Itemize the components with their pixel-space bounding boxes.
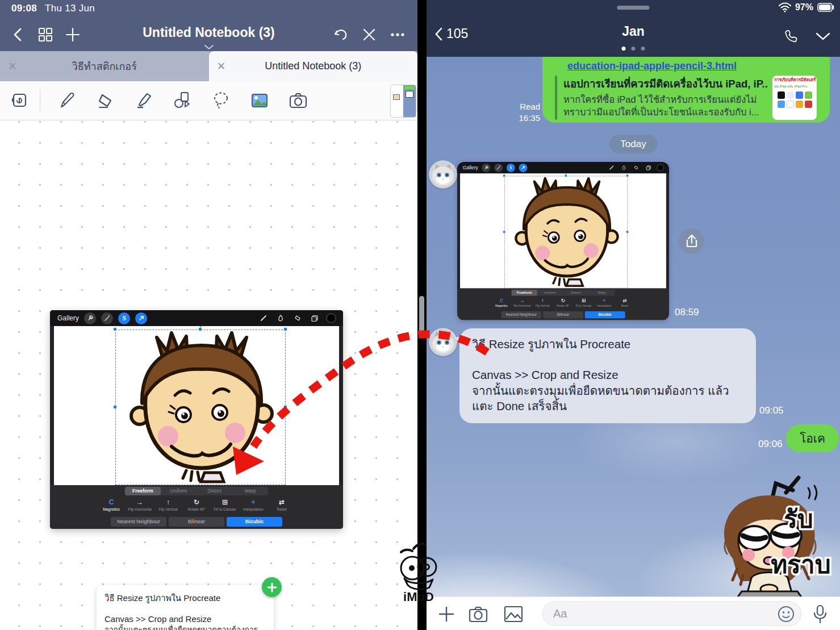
adjustments-wand-icon[interactable] xyxy=(101,312,113,324)
camera-button[interactable] xyxy=(466,602,490,626)
nearest-neighbour-button[interactable]: Nearest Neighbour xyxy=(111,517,166,527)
voice-message-button[interactable] xyxy=(808,602,832,626)
fit-to-canvas-option[interactable]: ⊞Fit to Canvas xyxy=(211,498,239,511)
eraser-tool[interactable] xyxy=(93,88,118,113)
pasted-procreate-screenshot[interactable]: Gallery S xyxy=(50,310,343,529)
page-preview-thumbnail[interactable] xyxy=(390,85,416,118)
selection-handle[interactable] xyxy=(565,174,567,177)
layers-icon[interactable] xyxy=(308,312,320,324)
close-tab-icon[interactable]: ✕ xyxy=(8,60,17,73)
procreate-canvas[interactable] xyxy=(54,326,339,485)
tab-uniform[interactable]: Uniform xyxy=(537,290,563,296)
selection-handle[interactable] xyxy=(283,405,287,409)
bilinear-button[interactable]: Bilinear xyxy=(543,311,583,318)
tab-freeform[interactable]: Freeform xyxy=(125,487,161,495)
tab-untitled-notebook[interactable]: ✕ Untitled Notebook (3) xyxy=(209,51,418,81)
tab-distort[interactable]: Distort xyxy=(197,487,232,495)
tab-distort[interactable]: Distort xyxy=(563,290,589,296)
transform-tool-icon[interactable] xyxy=(519,164,527,172)
bicubic-button[interactable]: Bicubic xyxy=(585,311,625,318)
flip-vertical-option[interactable]: ↑Flip Vertical xyxy=(154,498,182,511)
tab-warp[interactable]: Warp xyxy=(232,487,268,495)
selection-handle[interactable] xyxy=(626,231,629,233)
brush-tool-icon[interactable] xyxy=(607,164,616,172)
selection-handle[interactable] xyxy=(198,327,202,331)
undo-button[interactable] xyxy=(329,24,352,45)
tab-sticker-howto[interactable]: ✕ วิธีทำสติกเกอร์ xyxy=(0,51,209,81)
share-button[interactable] xyxy=(679,228,704,254)
flip-horizontal-option[interactable]: →Flip Horizontal xyxy=(512,298,532,307)
call-button[interactable] xyxy=(778,26,803,47)
color-swatch[interactable] xyxy=(657,164,664,172)
photo-library-button[interactable] xyxy=(502,602,525,626)
slideover-grabber[interactable] xyxy=(617,6,650,10)
selection-handle[interactable] xyxy=(626,174,629,177)
magnetics-option[interactable]: CMagnetics xyxy=(491,298,512,307)
selection-handle[interactable] xyxy=(503,174,505,177)
brush-tool-icon[interactable] xyxy=(257,312,269,324)
more-options-button[interactable] xyxy=(386,24,409,45)
handwritten-note-card[interactable]: วิธี Resize รูปภาพใน Procreate Canvas >>… xyxy=(97,585,274,630)
message-input-field[interactable] xyxy=(542,601,801,626)
received-text-message[interactable]: วิธี Resize รูปภาพใน Procreate Canvas >>… xyxy=(459,328,756,423)
flip-vertical-option[interactable]: ↑Flip Vertical xyxy=(532,298,553,307)
fit-to-canvas-option[interactable]: ⊞Fit to Canvas xyxy=(574,298,594,307)
camera-tool[interactable] xyxy=(286,88,311,113)
flip-horizontal-option[interactable]: →Flip Horizontal xyxy=(126,498,154,511)
layers-icon[interactable] xyxy=(644,164,653,172)
lasso-tool[interactable] xyxy=(208,88,233,113)
pen-tool[interactable] xyxy=(54,88,79,113)
gallery-button[interactable]: Gallery xyxy=(57,314,79,322)
color-swatch[interactable] xyxy=(326,313,336,323)
selection-handle[interactable] xyxy=(113,327,117,331)
link-preview-card[interactable]: แอปการเรียนที่ควรมีติดเครื่องไว้บน iPad,… xyxy=(555,76,823,120)
sticker-message[interactable]: รับ ทราบ xyxy=(703,472,833,598)
selection-handle[interactable] xyxy=(283,327,287,331)
rotate-45-option[interactable]: ↻Rotate 45° xyxy=(553,298,573,307)
sent-link-message[interactable]: education-ipad-apple-pencil-3.html แอปกา… xyxy=(542,57,830,123)
received-image-message[interactable]: Gallery S xyxy=(457,162,669,320)
smudge-tool-icon[interactable] xyxy=(274,312,286,324)
message-input[interactable] xyxy=(553,603,758,624)
selection-tool-icon[interactable]: S xyxy=(118,312,130,324)
transform-tool-icon[interactable] xyxy=(135,312,147,324)
tab-warp[interactable]: Warp xyxy=(589,290,615,296)
collapse-button[interactable] xyxy=(810,26,835,47)
shapes-tool[interactable] xyxy=(170,88,195,113)
contact-avatar[interactable] xyxy=(429,160,457,189)
emoji-button[interactable] xyxy=(777,605,795,623)
actions-wrench-icon[interactable] xyxy=(482,164,490,172)
reset-option[interactable]: ⇄Reset xyxy=(268,498,296,511)
interpolation-option[interactable]: +Interpolation xyxy=(594,298,615,307)
actions-wrench-icon[interactable] xyxy=(84,312,96,324)
selection-bounds[interactable] xyxy=(115,329,286,485)
smudge-tool-icon[interactable] xyxy=(620,164,628,172)
gallery-button[interactable]: Gallery xyxy=(462,165,478,170)
rotate-45-option[interactable]: ↻Rotate 45° xyxy=(182,498,211,511)
add-content-button[interactable] xyxy=(262,577,282,597)
tab-freeform[interactable]: Freeform xyxy=(511,290,537,296)
sent-text-message[interactable]: โอเค xyxy=(786,424,839,452)
interpolation-option[interactable]: +Interpolation xyxy=(239,498,268,511)
tab-uniform[interactable]: Uniform xyxy=(161,487,197,495)
selection-handle[interactable] xyxy=(113,405,117,409)
zoom-window-tool[interactable] xyxy=(7,88,32,113)
notebook-title[interactable]: Untitled Notebook (3) xyxy=(0,25,417,40)
contact-avatar[interactable] xyxy=(429,328,457,356)
selection-handle[interactable] xyxy=(503,231,505,233)
selection-tool-icon[interactable]: S xyxy=(507,164,515,172)
message-link[interactable]: education-ipad-apple-pencil-3.html xyxy=(567,60,823,72)
note-page-canvas[interactable]: Gallery S xyxy=(0,120,417,630)
bicubic-button[interactable]: Bicubic xyxy=(227,517,282,527)
insert-image-tool[interactable] xyxy=(247,88,272,113)
highlighter-tool[interactable] xyxy=(131,88,156,113)
bilinear-button[interactable]: Bilinear xyxy=(169,517,224,527)
eraser-tool-icon[interactable] xyxy=(291,312,303,324)
magnetics-option[interactable]: CMagnetics xyxy=(97,498,126,511)
reset-option[interactable]: ⇄Reset xyxy=(615,298,635,307)
eraser-tool-icon[interactable] xyxy=(632,164,640,172)
nearest-neighbour-button[interactable]: Nearest Neighbour xyxy=(501,311,541,318)
edit-mode-pen-icon[interactable] xyxy=(358,24,381,45)
close-tab-icon[interactable]: ✕ xyxy=(217,60,226,73)
selection-bounds[interactable] xyxy=(504,176,628,289)
